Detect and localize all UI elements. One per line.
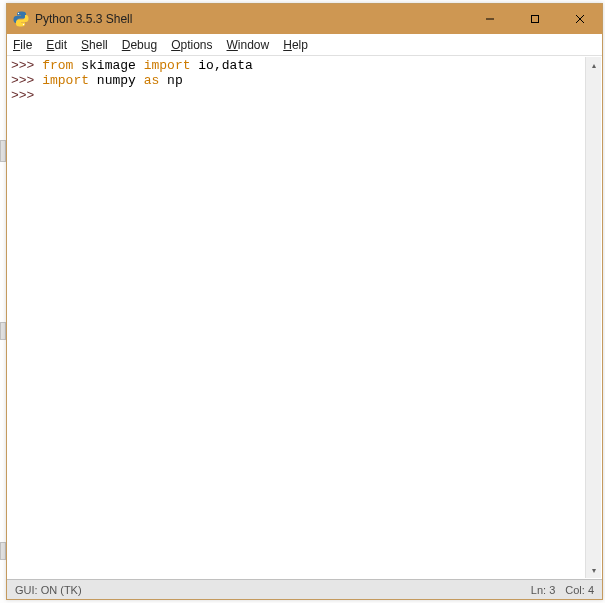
status-line: Ln: 3 xyxy=(531,584,555,596)
module-name: skimage xyxy=(81,58,136,73)
module-name: numpy xyxy=(97,73,136,88)
prompt: >>> xyxy=(11,73,34,88)
window-controls xyxy=(467,4,602,34)
menu-window[interactable]: Window xyxy=(227,38,270,52)
close-button[interactable] xyxy=(557,4,602,34)
kw-import: import xyxy=(42,73,89,88)
kw-from: from xyxy=(42,58,73,73)
menu-debug[interactable]: Debug xyxy=(122,38,157,52)
scroll-up-arrow-icon[interactable]: ▴ xyxy=(586,57,601,73)
code-line: >>> import numpy as np xyxy=(11,73,598,88)
shell-text-area[interactable]: >>> from skimage import io,data>>> impor… xyxy=(7,56,602,579)
status-column: Col: 4 xyxy=(565,584,594,596)
svg-point-0 xyxy=(18,13,19,14)
menu-shell[interactable]: Shell xyxy=(81,38,108,52)
scroll-down-arrow-icon[interactable]: ▾ xyxy=(586,562,601,578)
alias-name: np xyxy=(167,73,183,88)
vertical-scrollbar[interactable]: ▴ ▾ xyxy=(585,57,601,578)
prompt: >>> xyxy=(11,58,34,73)
import-item: data xyxy=(222,58,253,73)
menubar: File Edit Shell Debug Options Window Hel… xyxy=(7,34,602,56)
comma: , xyxy=(214,58,222,73)
statusbar: GUI: ON (TK) Ln: 3 Col: 4 xyxy=(7,579,602,599)
import-item: io xyxy=(198,58,214,73)
idle-shell-window: Python 3.5.3 Shell File Edit Shell Debug… xyxy=(6,3,603,600)
code-line: >>> xyxy=(11,88,598,103)
menu-file[interactable]: File xyxy=(13,38,32,52)
svg-rect-3 xyxy=(531,16,538,23)
window-title: Python 3.5.3 Shell xyxy=(35,12,467,26)
kw-as: as xyxy=(144,73,160,88)
code-line: >>> from skimage import io,data xyxy=(11,58,598,73)
menu-options[interactable]: Options xyxy=(171,38,212,52)
svg-point-1 xyxy=(23,24,24,25)
maximize-button[interactable] xyxy=(512,4,557,34)
prompt: >>> xyxy=(11,88,34,103)
python-icon xyxy=(13,11,29,27)
menu-help[interactable]: Help xyxy=(283,38,308,52)
kw-import: import xyxy=(144,58,191,73)
minimize-button[interactable] xyxy=(467,4,512,34)
titlebar[interactable]: Python 3.5.3 Shell xyxy=(7,4,602,34)
status-gui-mode: GUI: ON (TK) xyxy=(15,584,531,596)
menu-edit[interactable]: Edit xyxy=(46,38,67,52)
